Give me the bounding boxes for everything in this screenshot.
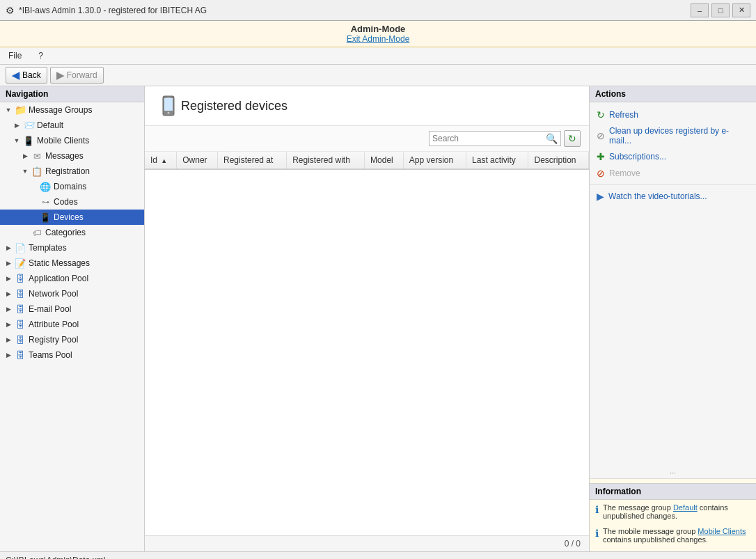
menu-file[interactable]: File [6, 49, 24, 62]
col-registered-at[interactable]: Registered at [218, 152, 287, 169]
col-description[interactable]: Description [528, 152, 589, 169]
menu-help[interactable]: ? [36, 49, 46, 62]
action-watch-tutorials[interactable]: ▶ Watch the video-tutorials... [590, 188, 756, 205]
nav-header: Navigation [0, 86, 144, 102]
action-cleanup[interactable]: ⊘ Clean up devices registerd by e-mail..… [590, 123, 756, 148]
expand-icon: ▼ [11, 135, 22, 146]
info-icon-1: ℹ [595, 504, 599, 515]
forward-button[interactable]: ▶ Forward [50, 67, 104, 84]
info-link-mobile[interactable]: Mobile Clients [698, 527, 746, 535]
sidebar-label-default: Default [37, 120, 63, 130]
sidebar-item-registration[interactable]: ▼ 📋 Registration [0, 164, 144, 179]
sidebar-item-registry-pool[interactable]: ▶ 🗄 Registry Pool [0, 332, 144, 347]
folder-icon: 📁 [14, 104, 26, 116]
expand-icon: ▶ [19, 150, 31, 162]
sidebar-item-codes[interactable]: ▶ ⊶ Codes [0, 194, 144, 210]
mobile-icon: 📱 [22, 134, 35, 147]
sidebar-item-domains[interactable]: ▶ 🌐 Domains [0, 179, 144, 194]
refresh-icon: ↻ [597, 109, 605, 120]
sidebar-item-email-pool[interactable]: ▶ 🗄 E-mail Pool [0, 301, 144, 317]
sidebar-label-application-pool: Application Pool [29, 274, 88, 283]
sidebar-label-devices: Devices [54, 212, 84, 222]
action-refresh-label: Refresh [609, 110, 638, 120]
search-box: 🔍 [429, 131, 561, 146]
minimize-button[interactable]: – [691, 3, 709, 17]
sidebar-item-mobile-clients[interactable]: ▼ 📱 Mobile Clients [0, 133, 144, 148]
sidebar-item-categories[interactable]: ▶ 🏷 Categories [0, 225, 144, 240]
search-icon[interactable]: 🔍 [546, 133, 558, 144]
search-bar: 🔍 ↻ [145, 126, 589, 152]
sidebar-label-network-pool: Network Pool [29, 289, 78, 299]
sidebar-label-codes: Codes [54, 197, 78, 207]
search-input[interactable] [432, 134, 546, 143]
sidebar-item-templates[interactable]: ▶ 📄 Templates [0, 240, 144, 255]
expand-icon: ▶ [3, 242, 14, 253]
expand-icon: ▶ [11, 120, 22, 131]
sidebar-label-registration: Registration [45, 166, 90, 176]
col-description-label: Description [534, 155, 576, 165]
device-title-icon [156, 93, 181, 118]
sidebar-label-static-messages: Static Messages [29, 258, 90, 268]
action-remove-label: Remove [609, 168, 640, 178]
info-text-1: The message group Default contains unpub… [603, 503, 750, 520]
sidebar-item-attribute-pool[interactable]: ▶ 🗄 Attribute Pool [0, 317, 144, 332]
svg-rect-1 [164, 98, 173, 111]
toolbar: ◀ Back ▶ Forward [0, 65, 756, 86]
maximize-button[interactable]: □ [711, 3, 730, 17]
sidebar-item-devices[interactable]: ▶ 📱 Devices [0, 210, 144, 225]
sidebar-item-static-messages[interactable]: ▶ 📝 Static Messages [0, 255, 144, 271]
col-registered-with-label: Registered with [292, 155, 350, 165]
sidebar-item-network-pool[interactable]: ▶ 🗄 Network Pool [0, 286, 144, 301]
col-owner[interactable]: Owner [177, 152, 218, 169]
info-text-2: The mobile message group Mobile Clients … [603, 527, 750, 544]
sidebar-label-domains: Domains [54, 182, 86, 191]
sidebar-item-teams-pool[interactable]: ▶ 🗄 Teams Pool [0, 347, 144, 363]
nav-sidebar: Navigation ▼ 📁 Message Groups ▶ 📨 Defaul… [0, 86, 145, 551]
close-button[interactable]: ✕ [732, 3, 750, 17]
sidebar-label-categories: Categories [45, 228, 86, 237]
pool-icon-3: 🗄 [14, 303, 26, 315]
search-refresh-button[interactable]: ↻ [564, 130, 581, 147]
action-subscriptions[interactable]: ✚ Subscriptions... [590, 148, 756, 165]
action-remove: ⊘ Remove [590, 165, 756, 182]
pool-icon-5: 🗄 [14, 333, 26, 346]
subscriptions-icon: ✚ [597, 151, 605, 162]
action-refresh[interactable]: ↻ Refresh [590, 107, 756, 123]
title-bar: ⚙ *IBI-aws Admin 1.30.0 - registered for… [0, 0, 756, 21]
col-app-version[interactable]: App version [403, 152, 466, 169]
info-panel: Information ℹ The message group Default … [590, 478, 756, 551]
info-item-default: ℹ The message group Default contains unp… [590, 500, 756, 523]
info-item-mobile: ℹ The mobile message group Mobile Client… [590, 523, 756, 547]
sidebar-item-default[interactable]: ▶ 📨 Default [0, 118, 144, 133]
admin-mode-label: Admin-Mode [0, 24, 756, 34]
action-divider [590, 184, 756, 185]
devices-table: Id ▲ Owner Registered at Registered with [145, 152, 589, 170]
panel-dots[interactable]: ··· [590, 467, 756, 478]
col-registered-at-label: Registered at [223, 155, 273, 165]
col-id[interactable]: Id ▲ [145, 152, 177, 169]
sidebar-item-messages[interactable]: ▶ ✉ Messages [0, 148, 144, 164]
sidebar-item-application-pool[interactable]: ▶ 🗄 Application Pool [0, 271, 144, 286]
action-cleanup-label: Clean up devices registerd by e-mail... [609, 126, 749, 145]
sort-arrow-icon: ▲ [161, 157, 167, 164]
sidebar-label-messages: Messages [45, 151, 84, 161]
page-title: Registered devices [181, 99, 288, 113]
col-last-activity-label: Last activity [472, 155, 516, 165]
col-app-version-label: App version [409, 155, 453, 165]
col-model[interactable]: Model [365, 152, 404, 169]
expand-icon: ▶ [3, 334, 14, 345]
exit-admin-link[interactable]: Exit Admin-Mode [0, 34, 756, 44]
back-button[interactable]: ◀ Back [6, 67, 47, 84]
pool-icon-6: 🗄 [14, 349, 26, 361]
col-last-activity[interactable]: Last activity [466, 152, 528, 169]
col-owner-label: Owner [182, 155, 207, 165]
col-registered-with[interactable]: Registered with [287, 152, 365, 169]
info-link-default[interactable]: Default [673, 503, 698, 512]
refresh-icon: ↻ [568, 133, 576, 144]
info-text1-part1: The message group [603, 503, 673, 512]
sidebar-label-mobile-clients: Mobile Clients [37, 136, 89, 145]
forward-label: Forward [67, 70, 97, 80]
expand-icon: ▶ [3, 288, 14, 299]
sidebar-item-msg-groups[interactable]: ▼ 📁 Message Groups [0, 102, 144, 118]
sidebar-label-registry-pool: Registry Pool [29, 335, 78, 345]
